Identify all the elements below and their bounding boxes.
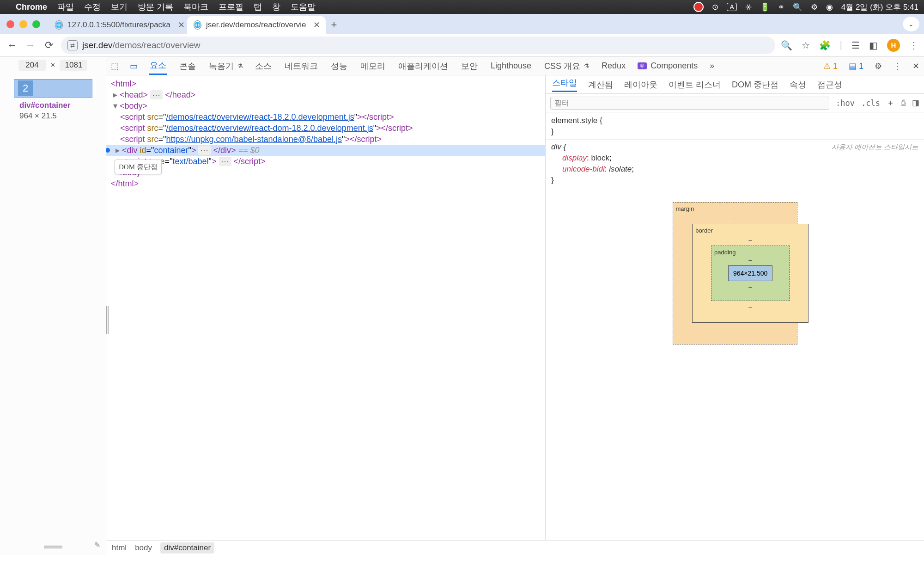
styles-filter-input[interactable] [550,97,829,110]
new-style-rule-icon[interactable]: ＋ [887,98,894,108]
address-bar[interactable]: ⇄ jser.dev/demos/react/overview [61,37,775,54]
flask-icon: ⚗ [237,62,243,69]
site-info-icon[interactable]: ⇄ [67,40,78,50]
styles-tab-dom-bp[interactable]: DOM 중단점 [732,79,778,90]
close-tab-icon[interactable]: ✕ [313,20,320,30]
search-icon[interactable]: 🔍 [793,2,802,12]
settings-icon[interactable]: ⚙ [875,61,882,71]
styles-tab-layout[interactable]: 레이아웃 [624,79,657,90]
viewport-width-input[interactable] [18,60,46,71]
reload-button[interactable]: ⟳ [43,39,55,51]
script-src-2[interactable]: https://unpkg.com/babel-standalone@6/bab… [166,135,342,144]
more-tabs-icon[interactable]: » [710,61,714,71]
highlighted-element: 2 [14,79,92,98]
script-src-0[interactable]: /demos/react/overview/react-18.2.0.devel… [166,112,354,122]
issues-messages[interactable]: ▤ 1 [849,61,863,71]
devtools: × 2 div#container 964 × 21.5 ✎ ⬚ ▭ 요소 콘솔… [0,57,924,555]
menu-bookmarks[interactable]: 북마크 [183,1,208,12]
tab-components[interactable]: Components [650,58,699,74]
zoom-icon[interactable]: 🔍 [781,40,792,51]
profile-avatar[interactable]: H [887,39,900,52]
devtools-tabs: ⬚ ▭ 요소 콘솔 녹음기⚗ 소스 네트워크 성능 메모리 애플리케이션 보안 … [106,57,924,75]
datetime[interactable]: 4월 2일 (화) 오후 5:41 [841,2,918,12]
styles-tab-props[interactable]: 속성 [790,79,806,90]
reading-list-icon[interactable]: ☰ [851,40,860,51]
browser-tab-0[interactable]: 🌐 127.0.0.1:5500/fixtures/packa ✕ [49,16,187,34]
inspect-icon[interactable]: ⬚ [111,61,119,71]
bluetooth-icon[interactable]: ⚹ [745,2,752,12]
box-model[interactable]: margin – – border – – [673,202,797,344]
menu-help[interactable]: 도움말 [291,1,316,12]
crumb-container[interactable]: div#container [160,542,214,553]
forward-button[interactable]: → [24,39,37,51]
tab-overflow-button[interactable]: ⌄ [903,17,919,31]
chrome-menu-icon[interactable]: ⋮ [909,40,918,51]
selected-dom-node[interactable]: ▸ <div id="container"> ⋯ </div> == $0 [106,145,545,156]
viewport-height-input[interactable] [60,60,87,71]
tab-security[interactable]: 보안 [460,58,479,74]
link-icon[interactable]: ⚭ [778,2,784,12]
tab-application[interactable]: 애플리케이션 [397,58,449,74]
tab-performance[interactable]: 성능 [330,58,348,74]
toggle-sidebar-icon[interactable]: ◨ [912,98,919,108]
tab-network[interactable]: 네트워크 [284,58,319,74]
edit-icon[interactable]: ✎ [94,541,100,549]
tab-lighthouse[interactable]: Lighthouse [490,58,532,74]
back-button[interactable]: ← [6,39,18,51]
styles-filter-bar: :hov .cls ＋ ⎙ ◨ [546,94,924,112]
box-model-content: 964×21.500 [728,265,772,281]
bookmark-icon[interactable]: ☆ [802,40,810,51]
menu-profile[interactable]: 프로필 [219,1,243,12]
tab-css-overview[interactable]: CSS 개요 [543,58,581,74]
device-toggle-icon[interactable]: ▭ [130,61,138,71]
record-icon[interactable] [693,2,704,12]
side-panel-icon[interactable]: ◧ [869,40,878,51]
bottom-drag-handle[interactable] [44,546,62,548]
close-devtools-icon[interactable]: ✕ [912,61,919,71]
styles-tab-styles[interactable]: 스타일 [552,77,577,92]
app-name[interactable]: Chrome [16,2,47,12]
ime-indicator[interactable]: A [727,3,736,11]
siri-icon[interactable]: ◉ [826,2,833,12]
style-rules[interactable]: element.style { } div { 사용자 에이전트 스타일시트 d… [546,112,924,361]
battery-icon[interactable]: 🔋 [760,2,770,12]
issues-warning[interactable]: ⚠ 1 [823,61,838,71]
menu-edit[interactable]: 수정 [84,1,101,12]
menu-window[interactable]: 창 [272,1,280,12]
play-icon[interactable]: ⊙ [712,2,718,12]
tab-console[interactable]: 콘솔 [178,58,197,74]
menu-history[interactable]: 방문 기록 [138,1,173,12]
url-host: jser.dev [82,40,112,50]
menu-file[interactable]: 파일 [57,1,74,12]
tab-elements[interactable]: 요소 [149,57,167,75]
crumb-html[interactable]: html [112,543,127,553]
minimize-window-button[interactable] [19,20,27,28]
window-controls [6,20,40,28]
tab-redux[interactable]: Redux [601,58,626,74]
status-icons: ⊙ A ⚹ 🔋 ⚭ 🔍 ⚙ ◉ 4월 2일 (화) 오후 5:41 [693,2,918,12]
computed-styles-icon[interactable]: ⎙ [901,98,906,108]
close-tab-icon[interactable]: ✕ [178,20,185,30]
kebab-menu-icon[interactable]: ⋮ [893,61,901,71]
browser-tab-1[interactable]: 🌐 jser.dev/demos/react/overvie ✕ [187,16,326,34]
crumb-body[interactable]: body [135,543,152,553]
new-tab-button[interactable]: + [326,19,342,31]
styles-tab-a11y[interactable]: 접근성 [817,79,842,90]
maximize-window-button[interactable] [32,20,40,28]
styles-tab-listeners[interactable]: 이벤트 리스너 [669,79,721,90]
styles-tab-computed[interactable]: 계산됨 [588,79,613,90]
tab-recorder[interactable]: 녹음기 [208,58,235,74]
script-src-1[interactable]: /demos/react/overview/react-dom-18.2.0.d… [166,123,373,133]
control-center-icon[interactable]: ⚙ [811,2,818,12]
close-window-button[interactable] [6,20,14,28]
menu-tab[interactable]: 탭 [254,1,262,12]
hov-toggle[interactable]: :hov [836,98,855,108]
tab-memory[interactable]: 메모리 [359,58,386,74]
menu-view[interactable]: 보기 [111,1,128,12]
rule-element-style: element.style { [551,115,918,126]
rule-div-selector: div { [551,141,566,153]
cls-toggle[interactable]: .cls [861,98,880,108]
extensions-icon[interactable]: 🧩 [819,40,831,51]
tab-sources[interactable]: 소스 [254,58,273,74]
dom-tree[interactable]: <html> ▸ <head> ⋯ </head> ▾ <body> <scri… [106,75,545,540]
